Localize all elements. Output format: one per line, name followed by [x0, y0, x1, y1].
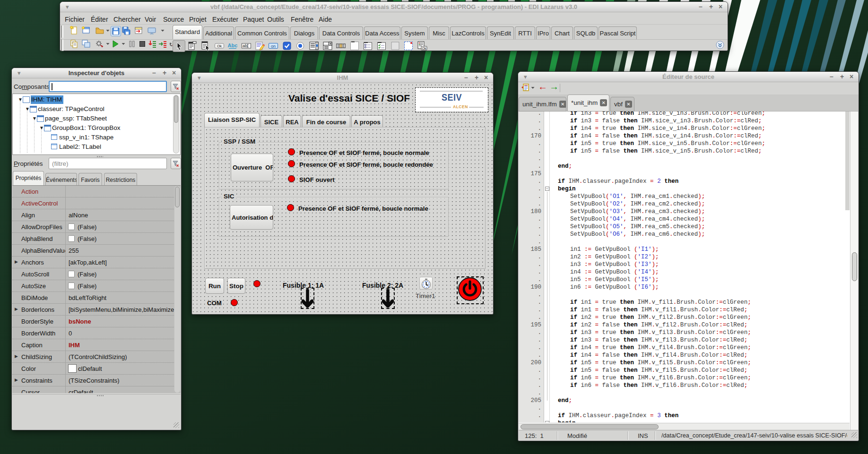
- svg-text:on: on: [271, 44, 276, 49]
- svg-text:Ok: Ok: [217, 44, 222, 48]
- svg-text:Ok: Ok: [422, 47, 426, 50]
- svg-text:ab: ab: [243, 43, 247, 48]
- svg-text:Abc: Abc: [228, 43, 238, 48]
